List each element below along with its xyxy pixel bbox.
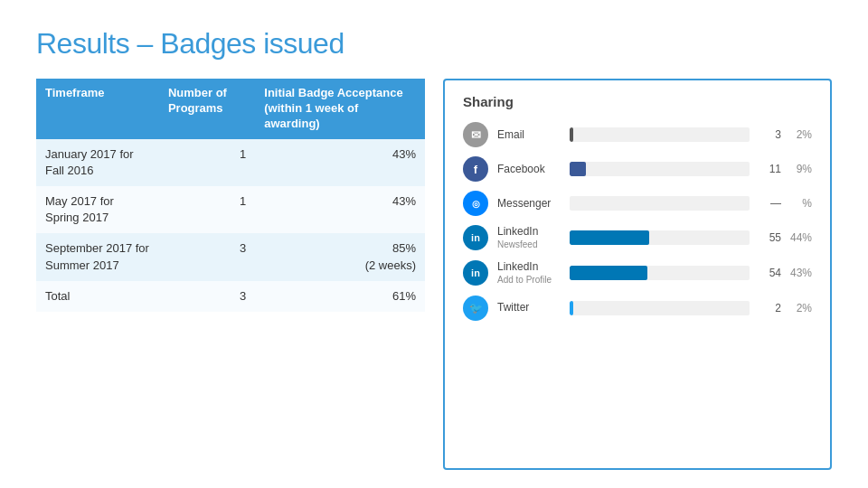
bar-container-linkedin-ap (570, 266, 750, 280)
bar-container-linkedin-nf (570, 230, 750, 245)
sharing-row-facebook: f Facebook 11 9% (463, 156, 812, 182)
bar-container-messenger (570, 196, 750, 211)
bar-fill-facebook (570, 162, 586, 176)
page-container: Results – Badges issued Timeframe Number… (0, 0, 868, 488)
sharing-count-linkedin-nf: 55 (759, 231, 781, 244)
results-table: Timeframe Number of Programs Initial Bad… (36, 79, 425, 312)
sharing-title: Sharing (463, 94, 812, 109)
sharing-pct-messenger: % (787, 197, 812, 210)
sharing-pct-facebook: 9% (787, 163, 812, 175)
sharing-pct-linkedin-nf: 44% (787, 231, 812, 244)
col-programs: Number of Programs (159, 79, 255, 139)
bar-fill-linkedin-nf (570, 230, 649, 245)
content-row: Timeframe Number of Programs Initial Bad… (36, 79, 832, 470)
messenger-icon: ◎ (463, 191, 488, 216)
sharing-count-messenger: — (759, 197, 781, 210)
email-icon: ✉ (463, 122, 488, 147)
sharing-label-facebook: Facebook (497, 163, 570, 175)
table-header-row: Timeframe Number of Programs Initial Bad… (36, 79, 425, 139)
table-row: Total 3 61% (36, 281, 425, 312)
cell-badge: 61% (255, 281, 425, 312)
table-section: Timeframe Number of Programs Initial Bad… (36, 79, 425, 470)
page-title: Results – Badges issued (36, 27, 832, 61)
sharing-pct-twitter: 2% (787, 302, 812, 314)
title-text: Results – Badges issued (36, 27, 344, 60)
sharing-row-messenger: ◎ Messenger — % (463, 191, 812, 216)
cell-badge: 43% (255, 186, 425, 233)
table-row: January 2017 for Fall 2016 1 43% (36, 139, 425, 186)
bar-fill-email (570, 127, 573, 142)
sharing-pct-linkedin-ap: 43% (787, 267, 812, 279)
cell-timeframe: May 2017 for Spring 2017 (36, 186, 159, 233)
cell-timeframe: Total (36, 281, 159, 312)
col-badge: Initial Badge Acceptance (within 1 week … (255, 79, 425, 139)
sharing-label-linkedin-nf: LinkedIn Newsfeed (497, 225, 570, 251)
cell-badge: 85%(2 weeks) (255, 233, 425, 280)
linkedin-ap-icon: in (463, 260, 488, 286)
sharing-panel: Sharing ✉ Email 3 2% f Facebook (443, 79, 832, 470)
sharing-count-email: 3 (759, 128, 781, 141)
facebook-icon: f (463, 156, 488, 182)
sharing-count-facebook: 11 (759, 163, 781, 175)
sharing-count-linkedin-ap: 54 (759, 267, 781, 279)
cell-timeframe: January 2017 for Fall 2016 (36, 139, 159, 186)
sharing-row-twitter: 🐦 Twitter 2 2% (463, 296, 812, 321)
bar-fill-linkedin-ap (570, 266, 647, 280)
sharing-row-email: ✉ Email 3 2% (463, 122, 812, 147)
cell-programs: 1 (159, 139, 255, 186)
sharing-pct-email: 2% (787, 128, 812, 141)
sharing-label-messenger: Messenger (497, 197, 570, 210)
col-timeframe: Timeframe (36, 79, 159, 139)
linkedin-icon: in (463, 225, 488, 250)
bar-container-facebook (570, 162, 750, 176)
cell-timeframe: September 2017 for Summer 2017 (36, 233, 159, 280)
cell-programs: 3 (159, 281, 255, 312)
table-row: May 2017 for Spring 2017 1 43% (36, 186, 425, 233)
cell-programs: 1 (159, 186, 255, 233)
bar-container-email (570, 127, 750, 142)
table-row: September 2017 for Summer 2017 3 85%(2 w… (36, 233, 425, 280)
sharing-label-linkedin-ap: LinkedIn Add to Profile (497, 260, 570, 286)
cell-badge: 43% (255, 139, 425, 186)
cell-programs: 3 (159, 233, 255, 280)
bar-container-twitter (570, 301, 750, 315)
bar-fill-twitter (570, 301, 573, 315)
sharing-count-twitter: 2 (759, 302, 781, 314)
twitter-icon: 🐦 (463, 296, 488, 321)
sharing-row-linkedin-nf: in LinkedIn Newsfeed 55 44% (463, 225, 812, 251)
sharing-row-linkedin-ap: in LinkedIn Add to Profile 54 43% (463, 260, 812, 286)
sharing-label-twitter: Twitter (497, 301, 570, 314)
sharing-label-email: Email (497, 128, 570, 141)
